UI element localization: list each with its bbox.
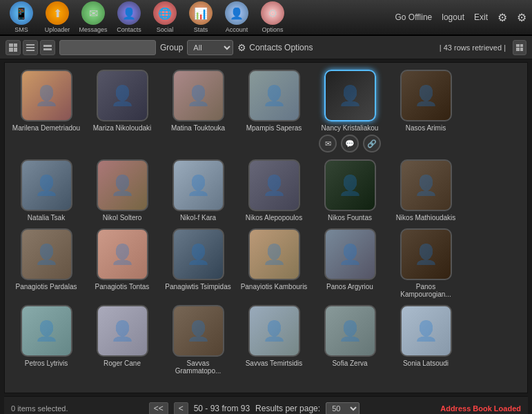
nav-account[interactable]: 👤 Account [221,1,253,33]
contact-item-4[interactable]: 👤Mpampis Saperas [239,70,308,152]
contact-item-18[interactable]: 👤Panos Kampourogian... [391,228,460,298]
nav-uploader[interactable]: ⬆ Uploader [41,1,73,33]
go-offline-button[interactable]: Go Offline [395,12,432,22]
account-icon: 👤 [225,1,248,25]
contact-item-1[interactable]: 👤Marilena Demetriadou [12,70,81,152]
stats-icon: 📊 [189,1,213,25]
contact-item-14[interactable]: 👤Panagiotis Tontas [88,228,157,298]
contact-item-12[interactable]: 👤Nikos Mathioudakis [391,159,460,221]
contacts-options-button[interactable]: ⚙ Contacts Options [237,42,313,53]
nav-options[interactable]: ⚙ Options [257,1,288,33]
contact-photo-20: 👤 [97,305,148,357]
contact-photo-6: 👤 [400,70,452,121]
results-label: Results per page: [255,404,320,413]
contact-item-22[interactable]: 👤Savvas Temirtsidis [239,305,308,375]
view-icons [6,40,55,55]
contact-photo-7: 👤 [21,159,72,211]
contact-name-11: Nikos Fountas [328,214,372,221]
rows-info: | 43 rows retrieved | [440,43,506,52]
contact-photo-16: 👤 [248,228,300,280]
contact-item-19[interactable]: 👤Petros Lytrivis [12,305,81,375]
contact-name-23: Sofia Zerva [332,359,367,367]
link-action-button[interactable]: 🔗 [363,135,381,152]
nav-stats[interactable]: 📊 Stats [185,1,217,33]
contacts-options-label: Contacts Options [249,43,313,52]
contact-item-16[interactable]: 👤Panayiotis Kambouris [239,228,308,298]
contact-name-21: Savvas Grammatopo... [164,359,233,375]
contact-photo-14: 👤 [97,228,148,280]
contact-item-2[interactable]: 👤Mariza Nikoloudaki [88,70,157,152]
contact-photo-8: 👤 [97,159,148,211]
contact-item-9[interactable]: 👤Nikol-f Kara [164,159,233,221]
nav-messages[interactable]: ✉ Messages [77,1,109,33]
contact-name-3: Matina Touktouka [171,124,225,132]
page-first-button[interactable]: << [149,402,168,415]
social-icon: 🌐 [153,1,177,25]
contact-item-21[interactable]: 👤Savvas Grammatopo... [164,305,233,375]
settings-icon[interactable]: ⚙ [497,11,507,24]
contact-photo-13: 👤 [21,228,72,280]
contact-photo-23: 👤 [324,305,376,357]
contact-item-5[interactable]: 👤Nancy Kristaliakou✉💬🔗 [315,70,384,152]
email-action-button[interactable]: ✉ [319,135,337,152]
results-per-page-select[interactable]: 25 50 100 [326,402,359,415]
search-input[interactable] [59,40,156,55]
address-book-status: Address Book Loaded [440,404,521,413]
contact-photo-18: 👤 [400,228,452,280]
logout-button[interactable]: logout [442,12,464,22]
contact-photo-4: 👤 [248,70,300,121]
contact-name-6: Nasos Arimis [406,124,446,132]
contact-name-13: Panagiotis Pardalas [16,283,77,290]
nav-account-label: Account [226,26,248,33]
contact-photo-17: 👤 [324,228,376,280]
contact-name-2: Mariza Nikoloudaki [93,124,151,132]
main-area: 👤Marilena Demetriadou👤Mariza Nikoloudaki… [4,62,528,393]
pagination: << < 50 - 93 from 93 Results per page: 2… [149,402,359,415]
contact-item-13[interactable]: 👤Panagiotis Pardalas [12,228,81,298]
expand-grid-button[interactable] [513,40,526,55]
contact-photo-15: 👤 [173,228,224,280]
sms-icon: 📱 [10,1,33,25]
contact-name-24: Sonia Latsoudi [403,359,449,367]
contact-item-11[interactable]: 👤Nikos Fountas [315,159,384,221]
nav-contacts-label: Contacts [117,26,141,33]
contact-name-12: Nikos Mathioudakis [396,214,456,221]
nav-sms[interactable]: 📱 SMS [6,1,37,33]
contact-photo-1: 👤 [21,70,72,121]
nav-social-label: Social [157,26,174,33]
view-grid-button[interactable] [6,40,21,55]
contact-name-19: Petros Lytrivis [25,359,68,367]
contact-name-16: Panayiotis Kambouris [241,283,308,290]
nav-social[interactable]: 🌐 Social [149,1,181,33]
contact-item-24[interactable]: 👤Sonia Latsoudi [391,305,460,375]
nav-contacts[interactable]: 👤 Contacts [113,1,145,33]
nav-top-right: Go Offline logout Exit ⚙ ⚙ [395,11,526,24]
contacts-icon: 👤 [117,1,141,25]
contact-item-17[interactable]: 👤Panos Argyriou [315,228,384,298]
page-prev-button[interactable]: < [174,402,188,415]
contact-photo-21: 👤 [173,305,224,357]
chat-action-button[interactable]: 💬 [341,135,359,152]
contact-photo-19: 👤 [21,305,72,357]
contact-photo-10: 👤 [248,159,300,211]
contact-item-6[interactable]: 👤Nasos Arimis [391,70,460,152]
contact-item-10[interactable]: 👤Nikos Alepopoulos [239,159,308,221]
settings2-icon[interactable]: ⚙ [517,11,526,24]
view-list-button[interactable] [23,40,38,55]
contact-item-7[interactable]: 👤Natalia Tsak [12,159,81,221]
toolbar: Group All Friends Family Work Other ⚙ Co… [0,36,532,59]
group-select[interactable]: All Friends Family Work Other [187,40,233,55]
exit-button[interactable]: Exit [474,12,488,22]
nav-options-label: Options [262,26,283,33]
contact-name-18: Panos Kampourogian... [391,283,460,298]
nav-uploader-label: Uploader [45,26,70,33]
contact-name-7: Natalia Tsak [28,214,65,221]
contact-item-23[interactable]: 👤Sofia Zerva [315,305,384,375]
contact-photo-11: 👤 [324,159,376,211]
contact-item-15[interactable]: 👤Panagiwtis Tsimpidas [164,228,233,298]
contact-photo-5: 👤 [324,70,376,121]
contact-item-20[interactable]: 👤Roger Cane [88,305,157,375]
contact-item-3[interactable]: 👤Matina Touktouka [164,70,233,152]
view-detail-button[interactable] [40,40,55,55]
contact-item-8[interactable]: 👤Nikol Soltero [88,159,157,221]
